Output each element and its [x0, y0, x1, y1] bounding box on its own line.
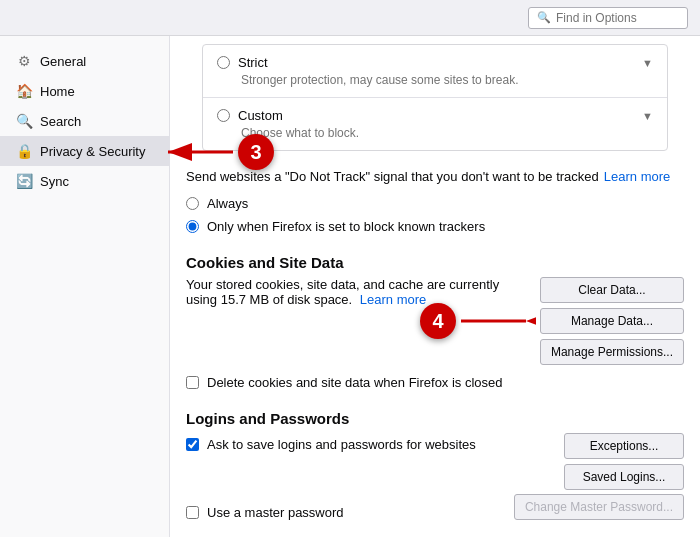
master-pw-left: Use a master password [186, 495, 504, 520]
strict-custom-card: Strict ▼ Stronger protection, may cause … [186, 44, 684, 151]
custom-chevron: ▼ [642, 110, 653, 122]
logins-buttons: Exceptions... Saved Logins... [564, 433, 684, 490]
lock-icon: 🔒 [16, 143, 32, 159]
dnt-only-row: Only when Firefox is set to block known … [186, 215, 684, 238]
ask-save-checkbox[interactable] [186, 438, 199, 451]
dnt-row: Send websites a "Do Not Track" signal th… [186, 169, 684, 184]
content-area: Strict ▼ Stronger protection, may cause … [170, 36, 700, 537]
sidebar: ⚙ General 🏠 Home 🔍 Search 🔒 Privacy & Se… [0, 36, 170, 537]
saved-logins-button[interactable]: Saved Logins... [564, 464, 684, 490]
manage-permissions-button[interactable]: Manage Permissions... [540, 339, 684, 365]
delete-cookies-checkbox[interactable] [186, 376, 199, 389]
sidebar-label-general: General [40, 54, 86, 69]
master-pw-checkbox[interactable] [186, 506, 199, 519]
dnt-only-label: Only when Firefox is set to block known … [207, 219, 485, 234]
custom-sub: Choose what to block. [241, 126, 653, 140]
dnt-always-radio[interactable] [186, 197, 199, 210]
master-pw-buttons: Change Master Password... [514, 494, 684, 520]
logins-section: Logins and Passwords Ask to save logins … [170, 400, 700, 530]
strict-chevron: ▼ [642, 57, 653, 69]
cookies-buttons: Clear Data... Manage Data... Manage Perm… [540, 277, 684, 365]
master-pw-row: Use a master password [186, 505, 504, 520]
sync-icon: 🔄 [16, 173, 32, 189]
sidebar-item-general[interactable]: ⚙ General [0, 46, 169, 76]
exceptions-button[interactable]: Exceptions... [564, 433, 684, 459]
delete-cookies-label: Delete cookies and site data when Firefo… [207, 375, 503, 390]
cookies-section: Cookies and Site Data Your stored cookie… [170, 248, 700, 400]
cookies-left: Your stored cookies, site data, and cach… [186, 277, 530, 307]
cookies-title: Cookies and Site Data [186, 254, 684, 271]
search-placeholder: Find in Options [556, 11, 637, 25]
strict-radio[interactable] [217, 56, 230, 69]
logins-content: Ask to save logins and passwords for web… [186, 433, 684, 490]
dnt-always-row: Always [186, 192, 684, 215]
search-nav-icon: 🔍 [16, 113, 32, 129]
strict-sub: Stronger protection, may cause some site… [241, 73, 653, 87]
step-4-bubble: 4 [420, 303, 456, 339]
dnt-text: Send websites a "Do Not Track" signal th… [186, 169, 599, 184]
dnt-section: Send websites a "Do Not Track" signal th… [170, 159, 700, 248]
header: 🔍 Find in Options [0, 0, 700, 36]
cookies-description: Your stored cookies, site data, and cach… [186, 277, 499, 307]
logins-left: Ask to save logins and passwords for web… [186, 433, 554, 452]
custom-row: Custom ▼ Choose what to block. [203, 98, 667, 150]
home-icon: 🏠 [16, 83, 32, 99]
dnt-always-label: Always [207, 196, 248, 211]
search-icon: 🔍 [537, 11, 551, 24]
cookies-learn-more[interactable]: Learn more [360, 292, 426, 307]
delete-cookies-row: Delete cookies and site data when Firefo… [186, 375, 684, 390]
ask-save-row: Ask to save logins and passwords for web… [186, 437, 554, 452]
main-layout: ⚙ General 🏠 Home 🔍 Search 🔒 Privacy & Se… [0, 36, 700, 537]
sidebar-label-search: Search [40, 114, 81, 129]
sidebar-item-search[interactable]: 🔍 Search [0, 106, 169, 136]
protection-options-card: Strict ▼ Stronger protection, may cause … [202, 44, 668, 151]
sidebar-label-sync: Sync [40, 174, 69, 189]
sidebar-item-home[interactable]: 🏠 Home [0, 76, 169, 106]
sidebar-item-sync[interactable]: 🔄 Sync [0, 166, 169, 196]
cookies-content: Your stored cookies, site data, and cach… [186, 277, 684, 365]
strict-row: Strict ▼ Stronger protection, may cause … [203, 45, 667, 98]
sidebar-label-home: Home [40, 84, 75, 99]
gear-icon: ⚙ [16, 53, 32, 69]
change-master-button[interactable]: Change Master Password... [514, 494, 684, 520]
search-box[interactable]: 🔍 Find in Options [528, 7, 688, 29]
sidebar-item-privacy[interactable]: 🔒 Privacy & Security 3 [0, 136, 169, 166]
master-pw-content: Use a master password Change Master Pass… [186, 494, 684, 520]
strict-label: Strict [238, 55, 268, 70]
custom-label: Custom [238, 108, 283, 123]
dnt-learn-more[interactable]: Learn more [604, 169, 670, 184]
manage-data-button[interactable]: Manage Data... [540, 308, 684, 334]
ask-save-label: Ask to save logins and passwords for web… [207, 437, 476, 452]
master-pw-label: Use a master password [207, 505, 344, 520]
sidebar-label-privacy: Privacy & Security [40, 144, 145, 159]
logins-title: Logins and Passwords [186, 410, 684, 427]
dnt-only-radio[interactable] [186, 220, 199, 233]
arrow-4-right [456, 301, 536, 341]
custom-radio[interactable] [217, 109, 230, 122]
clear-data-button[interactable]: Clear Data... [540, 277, 684, 303]
